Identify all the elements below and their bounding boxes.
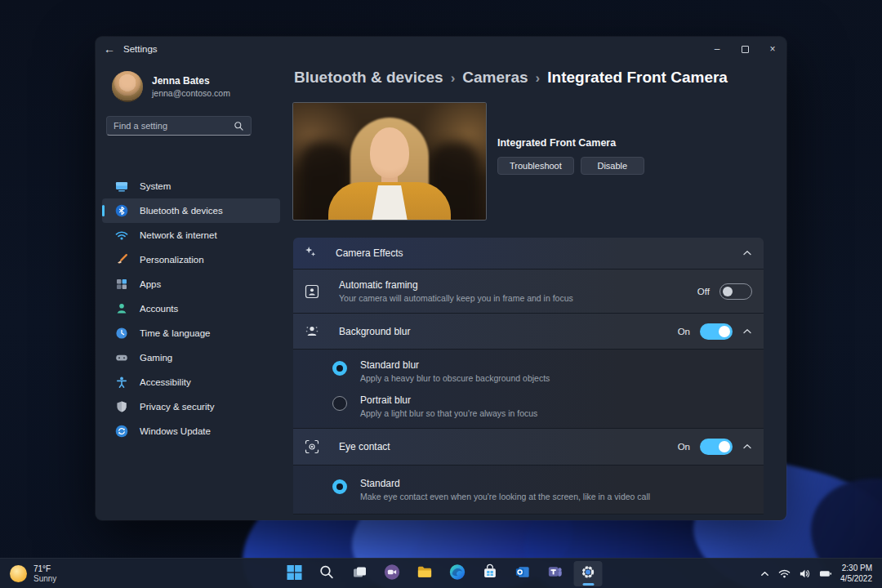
settings-window: ← Settings – × Jenna Bates jenna@contoso… [96,37,786,520]
sidebar-item-accounts[interactable]: Accounts [102,296,280,321]
system-icon [115,180,128,193]
avatar [112,71,143,102]
outlook-button[interactable] [509,561,537,586]
camera-effects-card: Camera Effects Automatic framing Your ca… [293,238,764,520]
sidebar-item-label: Accessibility [140,377,191,387]
user-profile[interactable]: Jenna Bates jenna@contoso.com [112,71,293,102]
search-icon [234,121,244,131]
windows-logo-icon [286,564,302,584]
breadcrumb-cameras[interactable]: Cameras [462,69,528,87]
sidebar-item-apps[interactable]: Apps [102,272,280,296]
minimize-button[interactable]: – [703,37,731,61]
standard-blur-label: Standard blur [360,359,550,371]
background-blur-toggle-label: On [678,327,690,336]
troubleshoot-button[interactable]: Troubleshoot [497,157,574,175]
teams-button[interactable] [541,561,570,586]
camera-effects-expander[interactable]: Camera Effects [293,238,764,270]
task-view-icon [351,564,368,584]
taskbar-apps [280,559,603,588]
file-explorer-button[interactable] [411,561,439,586]
store-button[interactable] [476,561,505,586]
sidebar-item-personalization[interactable]: Personalization [102,247,280,272]
eye-contact-toggle-label: On [678,442,690,452]
battery-icon[interactable] [819,568,832,580]
search-input[interactable] [114,121,234,131]
eye-contact-toggle[interactable] [700,439,733,455]
update-icon [115,425,128,438]
back-button[interactable]: ← [96,37,123,61]
person-frame-icon [305,284,319,299]
maximize-button[interactable] [731,37,759,61]
chevron-up-icon[interactable] [760,568,770,579]
sidebar-item-bluetooth-devices[interactable]: Bluetooth & devices [102,198,280,223]
chevron-up-icon [742,248,752,258]
wifi-icon [115,229,128,242]
maximize-icon [742,46,749,53]
search-box[interactable] [106,116,252,136]
store-icon [482,564,499,584]
edge-button[interactable] [443,561,472,586]
weather-widget[interactable]: 71°F Sunny [10,564,56,583]
person-icon [115,302,128,315]
close-button[interactable]: × [759,37,786,61]
volume-icon[interactable] [799,568,811,580]
radio-selected[interactable] [332,361,347,376]
sidebar-item-label: Time & language [140,328,211,338]
portrait-blur-option[interactable]: Portrait blur Apply a light blur so that… [332,394,752,418]
radio-selected[interactable] [332,479,347,494]
portrait-blur-desc: Apply a light blur so that you're always… [360,408,537,418]
accessibility-icon [115,376,128,389]
standard-blur-desc: Apply a heavy blur to obscure background… [360,373,550,383]
disable-button[interactable]: Disable [581,157,644,175]
chat-icon [384,564,401,584]
page-title: Integrated Front Camera [547,69,728,87]
sidebar-item-network-internet[interactable]: Network & internet [102,223,280,247]
wifi-icon[interactable] [778,568,791,580]
chat-button[interactable] [378,561,407,586]
sidebar-item-accessibility[interactable]: Accessibility [102,370,280,394]
chevron-up-icon[interactable] [742,442,752,452]
device-name: Integrated Front Camera [497,137,644,149]
gamepad-icon [115,351,128,364]
settings-taskbar-button[interactable] [574,561,603,586]
eye-contact-title: Eye contact [339,441,678,452]
sidebar-item-label: Privacy & security [140,402,214,412]
chevron-up-icon[interactable] [742,327,752,336]
background-blur-row[interactable]: Background blur On [293,314,764,350]
outlook-icon [514,564,532,584]
apps-icon [115,278,128,291]
breadcrumb-separator: › [451,70,456,87]
window-title: Settings [123,44,158,54]
sidebar: Jenna Bates jenna@contoso.com System Blu… [96,61,293,520]
weather-temp: 71°F [33,564,56,573]
window-controls: – × [703,37,786,61]
sidebar-item-privacy-security[interactable]: Privacy & security [102,394,280,419]
eye-contact-standard-option[interactable]: Standard Make eye contact even when you'… [332,478,752,501]
task-view-button[interactable] [345,561,374,586]
camera-preview [293,103,486,220]
sidebar-item-label: Accounts [140,304,178,314]
start-button[interactable] [280,561,309,586]
background-blur-toggle[interactable] [700,323,733,340]
camera-device-block: Integrated Front Camera Troubleshoot Dis… [293,103,644,220]
sidebar-nav: System Bluetooth & devices Network & int… [102,174,280,443]
eye-contact-options: Standard Make eye contact even when you'… [293,466,764,514]
sidebar-item-system[interactable]: System [102,174,280,198]
sidebar-item-gaming[interactable]: Gaming [102,345,280,370]
taskbar-clock[interactable]: 2:30 PM 4/5/2022 [840,563,872,585]
sidebar-item-label: Network & internet [140,230,217,240]
eye-contact-standard-label: Standard [360,478,650,489]
eye-contact-row[interactable]: Eye contact On [293,429,764,466]
breadcrumb-bluetooth-devices[interactable]: Bluetooth & devices [294,69,443,87]
sidebar-item-windows-update[interactable]: Windows Update [102,419,280,443]
eye-frame-icon [305,439,319,454]
radio-unselected[interactable] [332,396,347,411]
camera-effects-title: Camera Effects [336,247,403,259]
search-icon [319,564,335,583]
automatic-framing-title: Automatic framing [339,279,697,291]
standard-blur-option[interactable]: Standard blur Apply a heavy blur to obsc… [332,359,752,383]
taskbar-search-button[interactable] [313,561,341,586]
eye-contact-standard-desc: Make eye contact even when you're lookin… [360,492,650,501]
sidebar-item-time-language[interactable]: Time & language [102,321,280,345]
automatic-framing-toggle[interactable] [719,283,752,300]
